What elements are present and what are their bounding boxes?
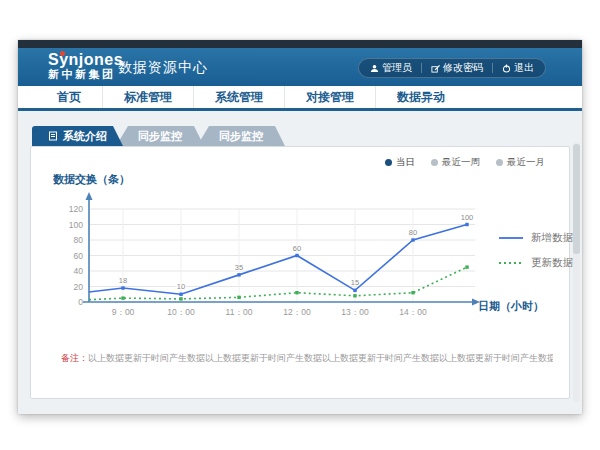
scrollbar-thumb[interactable]	[573, 144, 580, 254]
footnote-text: 以上数据更新于时间产生数据以上数据更新于时间产生数据以上数据更新于时间产生数据以…	[88, 353, 553, 363]
tab-label: 系统介绍	[63, 126, 107, 146]
logo-red-dot-icon	[60, 51, 65, 56]
edit-icon	[431, 64, 440, 73]
tab-sync-monitor-1[interactable]: 同步监控	[116, 126, 204, 146]
radio-today[interactable]: 当日	[385, 156, 415, 169]
svg-text:10: 10	[177, 282, 185, 291]
svg-text:40: 40	[74, 266, 84, 276]
radio-dot-icon	[496, 159, 503, 166]
tab-label: 同步监控	[138, 126, 182, 146]
svg-text:15: 15	[351, 278, 359, 287]
radio-last-month[interactable]: 最近一月	[496, 156, 545, 169]
svg-text:80: 80	[409, 228, 417, 237]
tab-sync-monitor-2[interactable]: 同步监控	[197, 126, 285, 146]
tab-system-intro[interactable]: 系统介绍	[32, 126, 123, 146]
dotted-line-swatch-icon	[498, 259, 524, 267]
user-menu[interactable]: 管理员	[370, 61, 412, 75]
nav-item-data-change[interactable]: 数据异动	[375, 86, 466, 108]
svg-text:18: 18	[119, 276, 127, 285]
change-password-button[interactable]: 修改密码	[431, 61, 483, 75]
radio-label: 当日	[396, 156, 415, 169]
y-axis-title: 数据交换（条）	[53, 172, 130, 187]
nav-item-standard-mgmt[interactable]: 标准管理	[102, 86, 193, 108]
svg-text:120: 120	[69, 204, 83, 214]
svg-text:60: 60	[293, 244, 301, 253]
footnote-label: 备注：	[61, 353, 88, 363]
page: Synjones 新中新集团 数据资源中心 管理员 修改密码 退出	[0, 0, 600, 450]
svg-text:100: 100	[69, 220, 83, 230]
svg-text:35: 35	[235, 263, 243, 272]
app-header: Synjones 新中新集团 数据资源中心 管理员 修改密码 退出	[18, 48, 582, 86]
window-top-strip	[18, 40, 582, 48]
svg-text:10：00: 10：00	[167, 307, 195, 317]
separator	[421, 63, 422, 73]
logo-subtext: 新中新集团	[48, 68, 123, 81]
change-password-label: 修改密码	[443, 61, 483, 75]
svg-text:20: 20	[74, 282, 84, 292]
document-icon	[48, 131, 58, 141]
svg-text:9：00: 9：00	[112, 307, 135, 317]
main-nav: 首页 标准管理 系统管理 对接管理 数据异动	[18, 86, 582, 111]
nav-item-system-mgmt[interactable]: 系统管理	[193, 86, 284, 108]
user-name: 管理员	[382, 61, 412, 75]
logout-button[interactable]: 退出	[502, 61, 534, 75]
radio-dot-icon	[431, 159, 438, 166]
scrollbar[interactable]	[573, 142, 580, 402]
line-chart: 0204060801001209：0010：0011：0012：0013：001…	[39, 189, 489, 329]
radio-label: 最近一月	[507, 156, 545, 169]
user-icon	[370, 64, 379, 73]
chart-legend: 新增数据 更新数据	[498, 231, 573, 281]
svg-text:60: 60	[74, 251, 84, 261]
radio-last-week[interactable]: 最近一周	[431, 156, 480, 169]
app-title: 数据资源中心	[118, 59, 208, 77]
footnote: 备注：以上数据更新于时间产生数据以上数据更新于时间产生数据以上数据更新于时间产生…	[61, 352, 553, 365]
legend-item-updated-data[interactable]: 更新数据	[498, 256, 573, 270]
svg-text:100: 100	[461, 213, 474, 222]
solid-line-swatch-icon	[498, 234, 524, 242]
svg-text:0: 0	[78, 297, 83, 307]
tab-bar: 系统介绍 同步监控 同步监控	[32, 126, 285, 146]
x-axis-title: 日期（小时）	[478, 299, 544, 314]
legend-label: 新增数据	[531, 231, 573, 245]
nav-item-home[interactable]: 首页	[36, 86, 102, 108]
nav-item-interface-mgmt[interactable]: 对接管理	[284, 86, 375, 108]
legend-label: 更新数据	[531, 256, 573, 270]
chart-panel: 当日 最近一周 最近一月 数据交换（条） 0204060801001209：00…	[30, 146, 570, 399]
tab-label: 同步监控	[219, 126, 263, 146]
legend-item-new-data[interactable]: 新增数据	[498, 231, 573, 245]
svg-text:11：00: 11：00	[226, 307, 253, 317]
svg-text:12：00: 12：00	[283, 307, 311, 317]
power-icon	[502, 64, 511, 73]
app-window: Synjones 新中新集团 数据资源中心 管理员 修改密码 退出	[18, 40, 582, 414]
content-area: 系统介绍 同步监控 同步监控 当日 最近一周	[18, 114, 582, 414]
svg-text:13：00: 13：00	[341, 307, 369, 317]
logout-label: 退出	[514, 61, 534, 75]
logo: Synjones 新中新集团	[48, 51, 123, 81]
svg-text:80: 80	[74, 235, 84, 245]
radio-label: 最近一周	[442, 156, 480, 169]
time-range-filters: 当日 最近一周 最近一月	[385, 156, 545, 169]
separator	[492, 63, 493, 73]
svg-text:14：00: 14：00	[399, 307, 427, 317]
radio-dot-icon	[385, 159, 392, 166]
user-toolbar: 管理员 修改密码 退出	[358, 58, 546, 78]
